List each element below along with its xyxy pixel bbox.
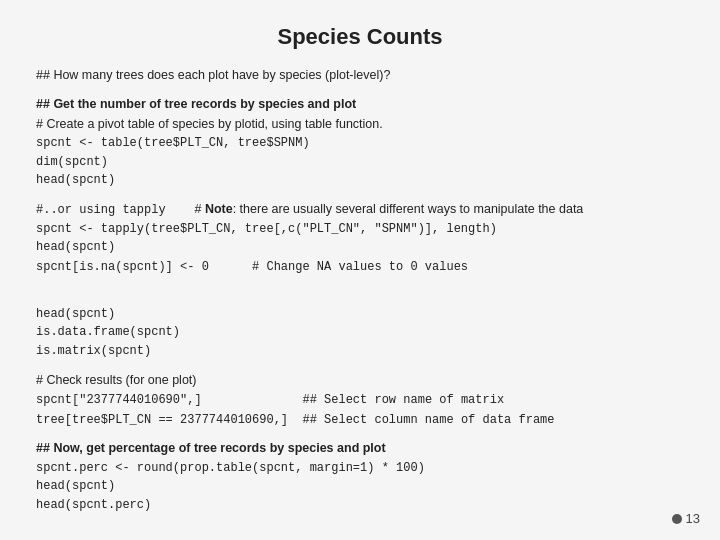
section6-code1: spcnt.perc <- round(prop.table(spcnt, ma… bbox=[36, 459, 684, 478]
section5-code2: tree[tree$PLT_CN == 2377744010690,] ## S… bbox=[36, 410, 684, 430]
section-4: head(spcnt) is.data.frame(spcnt) is.matr… bbox=[36, 286, 684, 360]
section-3: #..or using tapply # Note: there are usu… bbox=[36, 200, 684, 276]
section2-code1: spcnt <- table(tree$PLT_CN, tree$SPNM) bbox=[36, 134, 684, 153]
section6-header: ## Now, get percentage of tree records b… bbox=[36, 439, 684, 458]
section2-code2: dim(spcnt) bbox=[36, 153, 684, 172]
section4-code3: is.matrix(spcnt) bbox=[36, 342, 684, 361]
page-number-area: 13 bbox=[672, 511, 700, 526]
section3-line1: #..or using tapply # Note: there are usu… bbox=[36, 200, 684, 220]
section-6: ## Now, get percentage of tree records b… bbox=[36, 439, 684, 514]
content-area: ## How many trees does each plot have by… bbox=[36, 66, 684, 514]
slide: Species Counts ## How many trees does ea… bbox=[0, 0, 720, 540]
section4-code2: is.data.frame(spcnt) bbox=[36, 323, 684, 342]
section-1: ## How many trees does each plot have by… bbox=[36, 66, 684, 85]
section3-code1: spcnt <- tapply(tree$PLT_CN, tree[,c("PL… bbox=[36, 220, 684, 239]
section3-code2: head(spcnt) bbox=[36, 238, 684, 257]
bullet-icon bbox=[672, 514, 682, 524]
section3-code3: spcnt[is.na(spcnt)] <- 0 # Change NA val… bbox=[36, 257, 684, 277]
section5-code1: spcnt["2377744010690",] ## Select row na… bbox=[36, 390, 684, 410]
section1-line1: ## How many trees does each plot have by… bbox=[36, 68, 390, 82]
section4-code1: head(spcnt) bbox=[36, 305, 684, 324]
slide-title: Species Counts bbox=[36, 24, 684, 50]
section4-blank bbox=[36, 286, 684, 305]
section6-code2: head(spcnt) bbox=[36, 477, 684, 496]
section2-header: ## Get the number of tree records by spe… bbox=[36, 95, 684, 114]
section2-comment: # Create a pivot table of species by plo… bbox=[36, 115, 684, 134]
section5-comment: # Check results (for one plot) bbox=[36, 371, 684, 390]
section2-code3: head(spcnt) bbox=[36, 171, 684, 190]
section6-code3: head(spcnt.perc) bbox=[36, 496, 684, 515]
section-5: # Check results (for one plot) spcnt["23… bbox=[36, 371, 684, 430]
page-number: 13 bbox=[686, 511, 700, 526]
section-2: ## Get the number of tree records by spe… bbox=[36, 95, 684, 190]
